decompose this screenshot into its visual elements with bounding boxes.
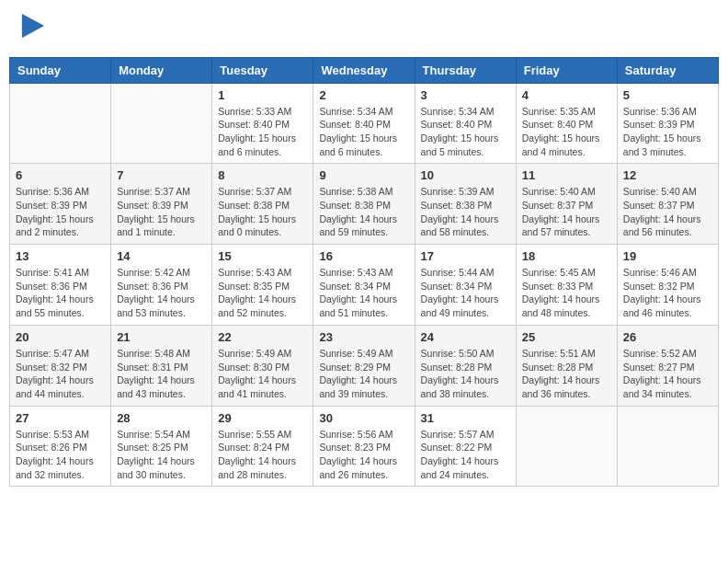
calendar-cell: 9Sunrise: 5:38 AM Sunset: 8:38 PM Daylig… — [313, 164, 415, 245]
calendar-cell: 1Sunrise: 5:33 AM Sunset: 8:40 PM Daylig… — [212, 83, 313, 164]
calendar-cell: 22Sunrise: 5:49 AM Sunset: 8:30 PM Dayli… — [212, 325, 313, 406]
day-header-tuesday: Tuesday — [212, 57, 313, 83]
day-number: 12 — [623, 168, 712, 182]
day-info: Sunrise: 5:33 AM Sunset: 8:40 PM Dayligh… — [218, 105, 307, 159]
day-info: Sunrise: 5:37 AM Sunset: 8:38 PM Dayligh… — [218, 185, 307, 239]
day-header-wednesday: Wednesday — [313, 57, 415, 83]
day-number: 4 — [522, 88, 611, 102]
day-number: 27 — [16, 411, 105, 425]
day-number: 15 — [218, 249, 307, 263]
day-info: Sunrise: 5:55 AM Sunset: 8:24 PM Dayligh… — [218, 428, 307, 482]
day-info: Sunrise: 5:56 AM Sunset: 8:23 PM Dayligh… — [319, 428, 408, 482]
day-info: Sunrise: 5:57 AM Sunset: 8:22 PM Dayligh… — [421, 428, 510, 482]
calendar-cell: 31Sunrise: 5:57 AM Sunset: 8:22 PM Dayli… — [415, 406, 516, 487]
svg-marker-0 — [22, 14, 44, 38]
calendar-cell: 8Sunrise: 5:37 AM Sunset: 8:38 PM Daylig… — [212, 164, 313, 245]
day-number: 18 — [522, 249, 611, 263]
day-number: 23 — [319, 330, 408, 344]
day-info: Sunrise: 5:41 AM Sunset: 8:36 PM Dayligh… — [16, 266, 105, 320]
calendar-cell: 12Sunrise: 5:40 AM Sunset: 8:37 PM Dayli… — [617, 164, 718, 245]
day-number: 7 — [117, 168, 206, 182]
day-number: 8 — [218, 168, 307, 182]
day-number: 29 — [218, 411, 307, 425]
logo-icon — [20, 14, 46, 40]
day-info: Sunrise: 5:36 AM Sunset: 8:39 PM Dayligh… — [623, 105, 712, 159]
calendar-cell: 20Sunrise: 5:47 AM Sunset: 8:32 PM Dayli… — [10, 325, 111, 406]
day-info: Sunrise: 5:50 AM Sunset: 8:28 PM Dayligh… — [421, 347, 510, 401]
calendar-cell: 5Sunrise: 5:36 AM Sunset: 8:39 PM Daylig… — [617, 83, 718, 164]
calendar-cell: 16Sunrise: 5:43 AM Sunset: 8:34 PM Dayli… — [313, 245, 415, 326]
calendar-cell: 7Sunrise: 5:37 AM Sunset: 8:39 PM Daylig… — [111, 164, 212, 245]
day-number: 24 — [421, 330, 510, 344]
day-number: 13 — [16, 249, 105, 263]
day-header-thursday: Thursday — [415, 57, 516, 83]
calendar-cell: 15Sunrise: 5:43 AM Sunset: 8:35 PM Dayli… — [212, 245, 313, 326]
day-info: Sunrise: 5:54 AM Sunset: 8:25 PM Dayligh… — [117, 428, 206, 482]
day-number: 11 — [522, 168, 611, 182]
day-header-sunday: Sunday — [10, 57, 111, 83]
day-info: Sunrise: 5:43 AM Sunset: 8:35 PM Dayligh… — [218, 266, 307, 320]
calendar-cell — [617, 406, 718, 487]
day-info: Sunrise: 5:37 AM Sunset: 8:39 PM Dayligh… — [117, 185, 206, 239]
day-number: 1 — [218, 88, 307, 102]
calendar-cell: 21Sunrise: 5:48 AM Sunset: 8:31 PM Dayli… — [111, 325, 212, 406]
day-number: 28 — [117, 411, 206, 425]
day-info: Sunrise: 5:39 AM Sunset: 8:38 PM Dayligh… — [421, 185, 510, 239]
day-info: Sunrise: 5:49 AM Sunset: 8:29 PM Dayligh… — [319, 347, 408, 401]
day-number: 9 — [319, 168, 408, 182]
day-number: 16 — [319, 249, 408, 263]
day-info: Sunrise: 5:42 AM Sunset: 8:36 PM Dayligh… — [117, 266, 206, 320]
day-header-saturday: Saturday — [617, 57, 718, 83]
calendar-cell: 19Sunrise: 5:46 AM Sunset: 8:32 PM Dayli… — [617, 245, 718, 326]
calendar-cell — [516, 406, 617, 487]
day-info: Sunrise: 5:45 AM Sunset: 8:33 PM Dayligh… — [522, 266, 611, 320]
day-number: 26 — [623, 330, 712, 344]
calendar-cell: 25Sunrise: 5:51 AM Sunset: 8:28 PM Dayli… — [516, 325, 617, 406]
day-header-friday: Friday — [516, 57, 617, 83]
day-info: Sunrise: 5:43 AM Sunset: 8:34 PM Dayligh… — [319, 266, 408, 320]
day-info: Sunrise: 5:35 AM Sunset: 8:40 PM Dayligh… — [522, 105, 611, 159]
day-number: 22 — [218, 330, 307, 344]
day-info: Sunrise: 5:46 AM Sunset: 8:32 PM Dayligh… — [623, 266, 712, 320]
day-number: 30 — [319, 411, 408, 425]
day-number: 20 — [16, 330, 105, 344]
calendar-cell — [10, 83, 111, 164]
day-number: 31 — [421, 411, 510, 425]
day-info: Sunrise: 5:49 AM Sunset: 8:30 PM Dayligh… — [218, 347, 307, 401]
day-number: 5 — [623, 88, 712, 102]
day-number: 2 — [319, 88, 408, 102]
page-header — [9, 9, 719, 50]
calendar-cell: 30Sunrise: 5:56 AM Sunset: 8:23 PM Dayli… — [313, 406, 415, 487]
day-info: Sunrise: 5:34 AM Sunset: 8:40 PM Dayligh… — [421, 105, 510, 159]
day-number: 6 — [16, 168, 105, 182]
day-number: 14 — [117, 249, 206, 263]
day-number: 3 — [421, 88, 510, 102]
calendar-cell: 26Sunrise: 5:52 AM Sunset: 8:27 PM Dayli… — [617, 325, 718, 406]
day-header-monday: Monday — [111, 57, 212, 83]
calendar-cell: 2Sunrise: 5:34 AM Sunset: 8:40 PM Daylig… — [313, 83, 415, 164]
calendar-cell: 14Sunrise: 5:42 AM Sunset: 8:36 PM Dayli… — [111, 245, 212, 326]
calendar-cell: 18Sunrise: 5:45 AM Sunset: 8:33 PM Dayli… — [516, 245, 617, 326]
calendar-table: SundayMondayTuesdayWednesdayThursdayFrid… — [9, 57, 719, 488]
day-info: Sunrise: 5:52 AM Sunset: 8:27 PM Dayligh… — [623, 347, 712, 401]
calendar-cell — [111, 83, 212, 164]
calendar-cell: 6Sunrise: 5:36 AM Sunset: 8:39 PM Daylig… — [10, 164, 111, 245]
day-info: Sunrise: 5:36 AM Sunset: 8:39 PM Dayligh… — [16, 185, 105, 239]
day-info: Sunrise: 5:34 AM Sunset: 8:40 PM Dayligh… — [319, 105, 408, 159]
day-info: Sunrise: 5:38 AM Sunset: 8:38 PM Dayligh… — [319, 185, 408, 239]
calendar-cell: 24Sunrise: 5:50 AM Sunset: 8:28 PM Dayli… — [415, 325, 516, 406]
calendar-cell: 27Sunrise: 5:53 AM Sunset: 8:26 PM Dayli… — [10, 406, 111, 487]
calendar-cell: 23Sunrise: 5:49 AM Sunset: 8:29 PM Dayli… — [313, 325, 415, 406]
day-number: 21 — [117, 330, 206, 344]
calendar-cell: 17Sunrise: 5:44 AM Sunset: 8:34 PM Dayli… — [415, 245, 516, 326]
calendar-cell: 4Sunrise: 5:35 AM Sunset: 8:40 PM Daylig… — [516, 83, 617, 164]
calendar-cell: 28Sunrise: 5:54 AM Sunset: 8:25 PM Dayli… — [111, 406, 212, 487]
calendar-cell: 3Sunrise: 5:34 AM Sunset: 8:40 PM Daylig… — [415, 83, 516, 164]
calendar-cell: 13Sunrise: 5:41 AM Sunset: 8:36 PM Dayli… — [10, 245, 111, 326]
calendar-cell: 29Sunrise: 5:55 AM Sunset: 8:24 PM Dayli… — [212, 406, 313, 487]
day-info: Sunrise: 5:53 AM Sunset: 8:26 PM Dayligh… — [16, 428, 105, 482]
day-info: Sunrise: 5:48 AM Sunset: 8:31 PM Dayligh… — [117, 347, 206, 401]
day-info: Sunrise: 5:51 AM Sunset: 8:28 PM Dayligh… — [522, 347, 611, 401]
day-info: Sunrise: 5:40 AM Sunset: 8:37 PM Dayligh… — [522, 185, 611, 239]
day-number: 10 — [421, 168, 510, 182]
